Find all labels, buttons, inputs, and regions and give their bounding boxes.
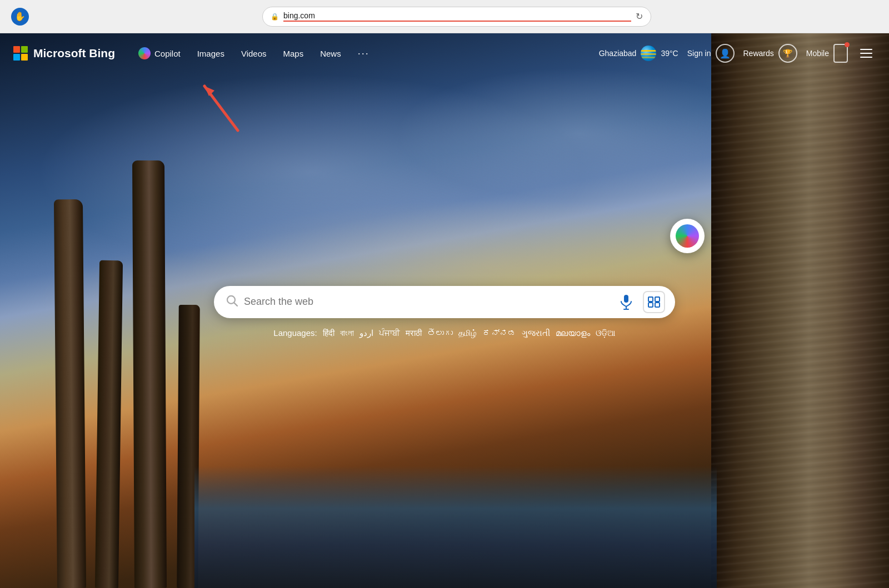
search-icon: [226, 294, 238, 309]
svg-rect-9: [648, 302, 653, 306]
weather-widget[interactable]: Ghaziabad 39°C: [599, 46, 678, 61]
rewards-button[interactable]: Rewards 🏆: [743, 44, 797, 63]
lang-telugu[interactable]: తెలుగు: [427, 328, 453, 338]
standing-stone-3: [132, 160, 167, 588]
lang-malayalam[interactable]: മലയാളം: [556, 328, 590, 338]
languages-label: Languages:: [273, 328, 317, 338]
nav-maps[interactable]: Maps: [276, 45, 312, 62]
search-section: Languages: हिंदी বাংলা اردو ਪੰਜਾਬੀ मराठी…: [194, 285, 695, 338]
weather-temp: 39°C: [661, 49, 678, 58]
copilot-float-icon: [676, 224, 699, 248]
bing-page: Microsoft Bing Copilot Images Videos Map…: [0, 33, 889, 588]
trophy-icon: 🏆: [778, 44, 797, 63]
mobile-icon: [833, 44, 848, 63]
ms-logo: [13, 46, 28, 61]
nav-videos[interactable]: Videos: [233, 45, 274, 62]
mic-button[interactable]: [615, 290, 637, 313]
bing-header: Microsoft Bing Copilot Images Videos Map…: [0, 33, 889, 73]
lang-urdu[interactable]: اردو: [359, 328, 373, 338]
nav-copilot[interactable]: Copilot: [131, 43, 188, 63]
mic-icon: [620, 294, 633, 309]
search-bar[interactable]: [214, 285, 675, 318]
standing-stone-1: [54, 199, 86, 588]
svg-rect-8: [655, 296, 660, 301]
nav-images[interactable]: Images: [189, 45, 232, 62]
hamburger-line-2: [860, 53, 872, 54]
browser-chrome: ✋ 🔒 bing.com ↻: [0, 0, 889, 33]
sign-in-button[interactable]: Sign in 👤: [687, 44, 735, 63]
lang-gujarati[interactable]: ગુજરાતી: [522, 328, 550, 338]
weather-city: Ghaziabad: [599, 49, 637, 58]
bing-logo-text: Microsoft Bing: [33, 47, 115, 60]
refresh-icon[interactable]: ↻: [636, 11, 643, 22]
visual-search-button[interactable]: [643, 290, 665, 313]
extension-icon[interactable]: ✋: [11, 8, 29, 26]
standing-stone-2: [95, 260, 123, 588]
header-right: Ghaziabad 39°C Sign in 👤 Rewards 🏆: [599, 44, 876, 63]
lang-odia[interactable]: ଓଡ଼ିଆ: [596, 328, 616, 338]
hamburger-line-3: [860, 57, 872, 58]
lang-punjabi[interactable]: ਪੰਜਾਬੀ: [379, 328, 400, 338]
url-display: bing.com: [283, 11, 631, 22]
lang-hindi[interactable]: हिंदी: [323, 328, 334, 338]
user-avatar-icon: 👤: [716, 44, 735, 63]
lock-icon: 🔒: [271, 13, 279, 21]
weather-globe-icon: [641, 46, 656, 61]
bing-logo[interactable]: Microsoft Bing: [13, 46, 115, 61]
address-bar[interactable]: 🔒 bing.com ↻: [262, 7, 651, 27]
lang-bengali[interactable]: বাংলা: [340, 328, 354, 338]
copilot-float-button[interactable]: [670, 219, 705, 253]
horizon-water: [194, 466, 717, 588]
copilot-nav-icon: [138, 47, 151, 59]
hamburger-menu[interactable]: [857, 46, 876, 61]
lang-marathi[interactable]: मराठी: [406, 328, 422, 338]
nav-more[interactable]: ···: [350, 44, 377, 63]
nav-news[interactable]: News: [312, 45, 349, 62]
svg-rect-4: [624, 294, 628, 302]
mobile-button[interactable]: Mobile: [806, 44, 848, 63]
standing-stone-right: [711, 33, 889, 588]
languages-row: Languages: हिंदी বাংলা اردو ਪੰਜਾਬੀ मराठी…: [273, 328, 615, 338]
camera-icon: [648, 296, 660, 307]
nav-links: Copilot Images Videos Maps News ···: [131, 43, 377, 63]
svg-rect-10: [655, 302, 660, 306]
svg-rect-7: [648, 296, 653, 301]
svg-line-3: [234, 303, 238, 306]
search-input[interactable]: [244, 296, 610, 308]
lang-kannada[interactable]: ಕನ್ನಡ: [482, 328, 516, 338]
hamburger-line-1: [860, 49, 872, 50]
lang-tamil[interactable]: தமிழ்: [458, 328, 477, 338]
